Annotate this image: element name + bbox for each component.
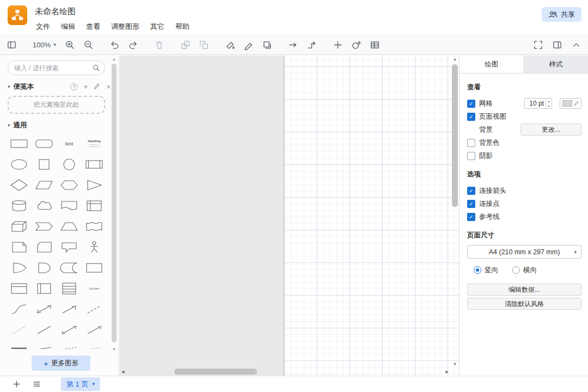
shape-callout[interactable] — [57, 237, 82, 258]
shape-actor[interactable] — [82, 237, 107, 258]
add-page-button[interactable] — [12, 380, 21, 388]
shape-or[interactable] — [7, 258, 32, 278]
menu-edit[interactable]: 编辑 — [61, 22, 75, 32]
shape-partial-2[interactable] — [57, 340, 82, 349]
shadow-button[interactable] — [262, 40, 272, 50]
page-size-select[interactable]: A4 (210 mm x 297 mm) ▾ — [467, 245, 581, 259]
shape-line[interactable] — [32, 320, 57, 340]
shape-card[interactable] — [32, 237, 57, 258]
redo-button[interactable] — [128, 40, 138, 50]
toggle-format-panel-button[interactable] — [552, 40, 562, 50]
edit-data-button[interactable]: 编辑数据... — [467, 284, 581, 296]
delete-button[interactable] — [154, 40, 164, 50]
menu-extras[interactable]: 其它 — [150, 22, 164, 32]
document-title[interactable]: 未命名绘图 — [35, 7, 76, 17]
tab-style[interactable]: 样式 — [524, 56, 588, 73]
shape-rectangle[interactable] — [7, 133, 32, 154]
shape-arrow[interactable] — [57, 299, 82, 320]
background-color-checkbox[interactable] — [467, 139, 475, 147]
shape-titled-container[interactable] — [7, 278, 32, 299]
connection-arrows-checkbox[interactable]: ✓ — [467, 187, 475, 195]
shape-step[interactable] — [32, 216, 57, 237]
grid-size-down-icon[interactable]: ▼ — [546, 103, 552, 108]
shape-curve[interactable] — [7, 299, 32, 320]
scroll-up-icon[interactable]: ▲ — [453, 57, 457, 61]
shape-triangle[interactable] — [82, 175, 107, 195]
canvas-vscroll-thumb[interactable] — [452, 64, 458, 207]
scroll-down-icon[interactable]: ▼ — [453, 362, 457, 366]
shape-link[interactable] — [7, 340, 32, 349]
landscape-radio[interactable] — [512, 266, 520, 274]
shape-partial-3[interactable] — [82, 340, 107, 349]
guides-checkbox[interactable]: ✓ — [467, 213, 475, 221]
insert-button[interactable] — [333, 40, 343, 50]
scroll-down-icon[interactable]: ▼ — [111, 347, 117, 351]
menu-help[interactable]: 帮助 — [175, 22, 189, 32]
insert-shape-button[interactable] — [351, 40, 362, 50]
shape-data-storage[interactable] — [57, 258, 82, 278]
clear-default-style-button[interactable]: 清除默认风格 — [467, 298, 581, 310]
insert-table-button[interactable] — [370, 40, 380, 50]
canvas-hscroll-thumb[interactable] — [174, 369, 257, 375]
shape-list-item[interactable]: List Item — [82, 278, 107, 299]
shape-dashed-line[interactable] — [82, 299, 107, 320]
shape-hexagon[interactable] — [57, 175, 82, 195]
shape-text[interactable]: text — [57, 133, 82, 154]
shape-bidirectional-connector[interactable] — [57, 320, 82, 340]
shape-square[interactable] — [32, 154, 57, 175]
toggle-shapes-panel-button[interactable] — [7, 40, 17, 50]
collapse-toolbar-button[interactable] — [571, 40, 581, 50]
shape-trapezoid[interactable] — [57, 216, 82, 237]
shape-note[interactable] — [7, 237, 32, 258]
scratchpad-help-icon[interactable]: ? — [70, 83, 77, 90]
more-shapes-button[interactable]: + 更多图形 — [32, 356, 90, 371]
connection-points-checkbox[interactable]: ✓ — [467, 200, 475, 208]
shape-vertical-container[interactable] — [32, 278, 57, 299]
scroll-right-icon[interactable]: ▶ — [446, 370, 449, 373]
page-view-checkbox[interactable]: ✓ — [467, 113, 475, 121]
shape-document[interactable] — [57, 195, 82, 216]
grid-color-button[interactable] — [560, 98, 581, 109]
shape-cube[interactable] — [7, 216, 32, 237]
portrait-radio-option[interactable]: 竖向 — [474, 266, 498, 275]
shape-heading[interactable]: Heading — [82, 133, 107, 154]
zoom-in-button[interactable] — [65, 40, 75, 50]
shape-partial-1[interactable] — [32, 340, 57, 349]
shape-directional-connector[interactable] — [82, 320, 107, 340]
shape-container[interactable] — [82, 258, 107, 278]
menu-arrange[interactable]: 调整图形 — [111, 22, 139, 32]
scratchpad-header[interactable]: ▾ 便笺本 ? + × — [0, 81, 118, 93]
undo-button[interactable] — [109, 40, 120, 50]
shape-cloud[interactable] — [32, 195, 57, 216]
shape-cylinder[interactable] — [7, 195, 32, 216]
portrait-radio[interactable] — [474, 266, 481, 274]
general-section-header[interactable]: ▾ 通用 — [0, 119, 118, 131]
fill-color-button[interactable] — [225, 40, 235, 50]
tab-diagram[interactable]: 绘图 — [460, 56, 524, 73]
scratchpad-edit-icon[interactable] — [94, 83, 100, 90]
shape-rounded-rectangle[interactable] — [32, 133, 57, 154]
shape-internal-storage[interactable] — [82, 195, 107, 216]
scroll-left-icon[interactable]: ◀ — [121, 370, 124, 373]
shape-bidirectional-arrow[interactable] — [32, 299, 57, 320]
page-tab-1[interactable]: 第 1 页 ▾ — [61, 377, 100, 391]
shape-dotted-line[interactable] — [7, 320, 32, 340]
shape-parallelogram[interactable] — [32, 175, 57, 195]
line-color-button[interactable] — [243, 40, 254, 50]
shape-diamond[interactable] — [7, 175, 32, 195]
canvas-vertical-scrollbar[interactable]: ▲ ▼ — [451, 56, 459, 367]
drawing-page[interactable] — [284, 56, 459, 376]
shape-search-input[interactable] — [8, 61, 105, 75]
grid-size-up-icon[interactable]: ▲ — [546, 99, 552, 103]
grid-size-input[interactable] — [525, 99, 546, 108]
drawing-canvas[interactable]: ▲ ▼ ◀ ▶ — [119, 56, 459, 376]
sidebar-scrollbar-thumb[interactable] — [112, 64, 117, 342]
scratchpad-dropzone[interactable]: 把元素拖至此处 — [8, 96, 105, 114]
connection-style-button[interactable] — [288, 40, 298, 50]
shape-ellipse[interactable] — [7, 154, 32, 175]
shape-process[interactable] — [82, 154, 107, 175]
sidebar-scrollbar[interactable]: ▲ ▼ — [111, 57, 117, 351]
shadow-checkbox[interactable] — [467, 152, 475, 160]
canvas-horizontal-scrollbar[interactable]: ◀ ▶ — [119, 367, 451, 376]
to-back-button[interactable] — [199, 40, 209, 50]
